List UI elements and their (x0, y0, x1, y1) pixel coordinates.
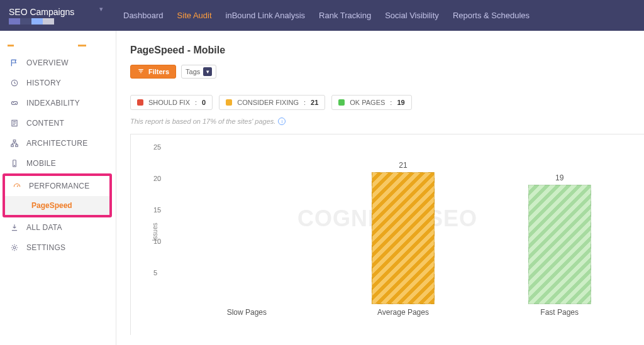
chart-ytick: 10 (153, 238, 161, 245)
sidebar-item-overview[interactable]: OVERVIEW (0, 53, 116, 73)
status-count: 0 (202, 99, 206, 106)
sidebar-item-performance[interactable]: PERFORMANCE (5, 176, 109, 196)
status-label: OK PAGES (350, 99, 385, 106)
chart-bar-column: 21Average Pages (353, 161, 453, 304)
chevron-down-icon: ▾ (203, 67, 212, 76)
chart-ytick: 5 (153, 269, 157, 277)
sidebar-item-label: INDEXABILITY (26, 99, 80, 107)
brand-swatch (43, 18, 54, 25)
sidebar-performance-highlight: PERFORMANCE PageSpeed (3, 173, 112, 217)
sidebar-subitem-label: PageSpeed (31, 201, 72, 210)
gear-icon (9, 243, 20, 252)
sidebar-item-label: ALL DATA (26, 223, 62, 232)
chart-category-label: Slow Pages (196, 308, 297, 317)
pill-ok-pages[interactable]: OK PAGES: 19 (331, 95, 411, 110)
link-icon (9, 99, 20, 107)
brand-title: SEO Campaigns (9, 7, 96, 17)
top-bar: SEO Campaigns ▾ Dashboard Site Audit inB… (0, 0, 644, 31)
status-color-swatch (338, 99, 345, 106)
sidebar: OVERVIEW HISTORY INDEXABILITY CONTENT AR… (0, 31, 116, 345)
sidebar-item-history[interactable]: HISTORY (0, 73, 116, 93)
brand-swatches (9, 18, 96, 25)
status-label: SHOULD FIX (148, 99, 190, 106)
sitemap-icon (9, 139, 20, 148)
mobile-icon (9, 159, 20, 168)
sidebar-item-label: SETTINGS (26, 243, 65, 252)
nav-dashboard[interactable]: Dashboard (123, 11, 164, 20)
footnote-text: This report is based on 17% of the sites… (130, 118, 275, 125)
svg-point-6 (14, 165, 15, 166)
gauge-icon (11, 182, 23, 190)
pill-should-fix[interactable]: SHOULD FIX: 0 (130, 95, 213, 110)
sidebar-item-label: OVERVIEW (26, 58, 69, 67)
sidebar-item-alldata[interactable]: ALL DATA (0, 217, 116, 238)
tags-label: Tags (186, 68, 200, 75)
sidebar-item-label: ARCHITECTURE (26, 139, 88, 148)
nav-reports[interactable]: Reports & Schedules (453, 11, 530, 20)
chart-category-label: Average Pages (353, 308, 453, 317)
chart-ytick: 15 (153, 206, 161, 214)
status-color-swatch (226, 99, 232, 106)
chart-bar-value: 21 (353, 161, 453, 170)
status-color-swatch (137, 99, 143, 106)
chart-ytick: 20 (153, 175, 161, 182)
sidebar-item-indexability[interactable]: INDEXABILITY (0, 93, 116, 113)
flag-icon (9, 58, 20, 67)
bar-chart: Issues Slow Pages21Average Pages19Fast P… (169, 147, 638, 317)
filter-icon (137, 68, 145, 75)
filters-button[interactable]: Filters (130, 65, 176, 79)
brand-block[interactable]: SEO Campaigns (0, 7, 96, 25)
page-title: PageSpeed - Mobile (130, 45, 644, 56)
chart-card: COGNITIVESEO Issues Slow Pages21Average … (130, 134, 644, 335)
nav-site-audit[interactable]: Site Audit (177, 11, 212, 20)
tags-button[interactable]: Tags ▾ (181, 65, 216, 79)
brand-swatch (31, 18, 43, 25)
nav-rank[interactable]: Rank Tracking (319, 11, 371, 20)
brand-swatch (9, 18, 20, 25)
sidebar-item-architecture[interactable]: ARCHITECTURE (0, 133, 116, 153)
sidebar-item-settings[interactable]: SETTINGS (0, 238, 116, 258)
report-footnote: This report is based on 17% of the sites… (130, 118, 644, 125)
main-nav: Dashboard Site Audit inBound Link Analys… (123, 11, 530, 20)
sidebar-item-label: HISTORY (26, 79, 61, 87)
chart-bar[interactable] (372, 172, 435, 304)
sidebar-item-label: MOBILE (26, 159, 56, 168)
sidebar-subitem-pagespeed[interactable]: PageSpeed (5, 196, 109, 215)
nav-social[interactable]: Social Visibility (385, 11, 439, 20)
toolbar: Filters Tags ▾ (130, 65, 644, 79)
status-label: CONSIDER FIXING (237, 99, 299, 106)
sidebar-accent-line (8, 45, 108, 47)
status-count: 21 (311, 99, 318, 106)
status-count: 19 (397, 99, 404, 106)
svg-rect-2 (13, 140, 16, 142)
download-icon (9, 223, 20, 232)
chart-bar-value: 19 (509, 173, 610, 182)
sidebar-item-mobile[interactable]: MOBILE (0, 153, 116, 173)
brand-swatch (20, 18, 31, 25)
chart-ytick: 25 (153, 143, 161, 151)
status-pill-row: SHOULD FIX: 0 CONSIDER FIXING: 21 OK PAG… (130, 95, 644, 110)
svg-rect-4 (16, 145, 18, 146)
sidebar-item-content[interactable]: CONTENT (0, 113, 116, 133)
sidebar-item-label: PERFORMANCE (29, 182, 90, 190)
clock-icon (9, 79, 20, 87)
chart-bar[interactable] (528, 185, 591, 304)
chevron-down-icon[interactable]: ▾ (99, 5, 103, 13)
filters-label: Filters (148, 68, 169, 75)
chart-category-label: Fast Pages (509, 308, 610, 317)
chart-bar-column: 19Fast Pages (509, 173, 610, 304)
nav-inbound[interactable]: inBound Link Analysis (226, 11, 305, 20)
sidebar-item-label: CONTENT (26, 119, 64, 128)
document-icon (9, 119, 20, 128)
pill-consider-fixing[interactable]: CONSIDER FIXING: 21 (219, 95, 325, 110)
main-content: PageSpeed - Mobile Filters Tags ▾ SHOULD… (116, 31, 644, 345)
chart-bar-column: Slow Pages (196, 302, 297, 304)
svg-point-7 (13, 246, 16, 249)
info-icon[interactable]: i (278, 118, 286, 125)
svg-rect-3 (11, 145, 14, 146)
